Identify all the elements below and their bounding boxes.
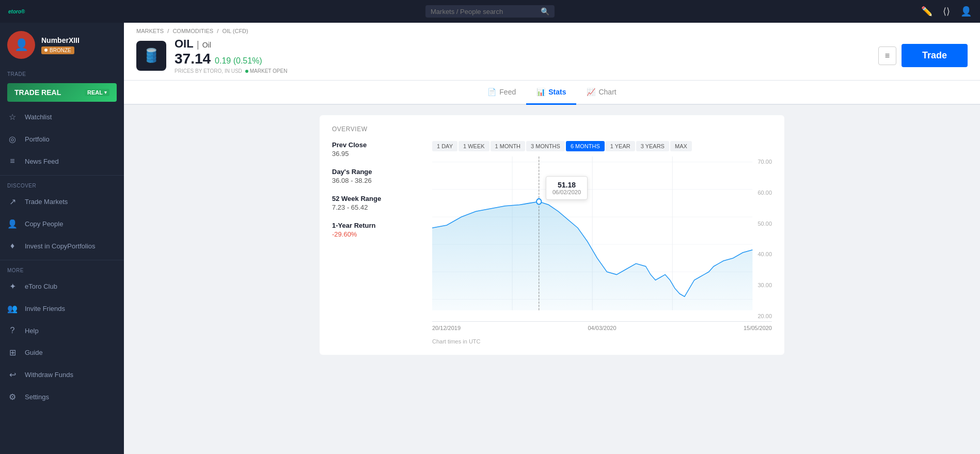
sidebar-item-label: Invest in CopyPortfolios xyxy=(25,242,96,250)
chart-svg xyxy=(432,156,772,321)
stat-prev-close: Prev Close 36.95 xyxy=(332,141,420,158)
sidebar-item-label: News Feed xyxy=(25,158,59,165)
trade-real-label: TRADE REAL xyxy=(14,88,61,97)
sidebar-item-news-feed[interactable]: ≡ News Feed xyxy=(0,150,124,172)
stat-1-year-return: 1-Year Return -29.60% xyxy=(332,222,420,238)
time-btn-1month[interactable]: 1 MONTH xyxy=(491,141,526,151)
chart-footer: Chart times in UTC xyxy=(432,338,772,345)
real-badge: REAL ▾ xyxy=(85,89,109,96)
chevron-down-icon: ▾ xyxy=(104,90,107,95)
tab-chart-label: Chart xyxy=(598,88,616,96)
stat-prev-close-label: Prev Close xyxy=(332,141,420,149)
time-btn-1day[interactable]: 1 DAY xyxy=(432,141,457,151)
tooltip-date: 06/02/2020 xyxy=(552,189,581,195)
etoro-club-icon: ✦ xyxy=(7,281,18,291)
search-input[interactable] xyxy=(431,8,541,15)
svg-point-10 xyxy=(536,199,541,205)
sidebar-item-copy-people[interactable]: 👤 Copy People xyxy=(0,213,124,235)
asset-left: 🛢️ OIL | Oil 37.14 0.19 (0.51%) xyxy=(136,37,287,74)
stat-52-week: 52 Week Range 7.23 - 65.42 xyxy=(332,195,420,211)
sidebar-item-label: eToro Club xyxy=(25,283,57,290)
trade-button[interactable]: Trade xyxy=(902,44,968,67)
search-icon: 🔍 xyxy=(541,7,549,15)
profile-info: NumberXIII BRONZE xyxy=(41,36,80,54)
list-icon: ≡ xyxy=(885,51,890,60)
copyportfolios-icon: ♦ xyxy=(7,241,18,251)
feed-icon: 📄 xyxy=(487,88,496,96)
discover-label: DISCOVER xyxy=(0,179,124,191)
market-status-dot xyxy=(245,70,248,73)
breadcrumb-oil[interactable]: OIL (CFD) xyxy=(222,28,248,34)
stats-left: Prev Close 36.95 Day's Range 36.08 - 38.… xyxy=(332,141,420,345)
sidebar-item-label: Portfolio xyxy=(25,135,50,143)
search-bar[interactable]: 🔍 xyxy=(425,5,555,18)
time-btn-3months[interactable]: 3 MONTHS xyxy=(526,141,565,151)
tab-stats[interactable]: 📊 Stats xyxy=(526,81,576,105)
sidebar-item-watchlist[interactable]: ☆ Watchlist xyxy=(0,106,124,128)
stats-icon: 📊 xyxy=(536,88,545,96)
sidebar: 👤 NumberXIII BRONZE TRADE TRADE REAL REA… xyxy=(0,23,124,454)
asset-details: OIL | Oil 37.14 0.19 (0.51%) PRICES BY E… xyxy=(175,37,287,74)
sidebar-item-help[interactable]: ? Help xyxy=(0,320,124,341)
copy-people-icon: 👤 xyxy=(7,219,18,229)
tooltip-price: 51.18 xyxy=(552,181,581,189)
sidebar-item-settings[interactable]: ⚙ Settings xyxy=(0,386,124,408)
sidebar-profile[interactable]: 👤 NumberXIII BRONZE xyxy=(0,23,124,67)
help-icon: ? xyxy=(7,326,18,335)
portfolio-icon: ◎ xyxy=(7,134,18,144)
stat-prev-close-value: 36.95 xyxy=(332,150,420,158)
stat-1yr-label: 1-Year Return xyxy=(332,222,420,229)
time-btn-3years[interactable]: 3 YEARS xyxy=(636,141,669,151)
stat-52-week-value: 7.23 - 65.42 xyxy=(332,203,420,211)
chart-wrapper: 51.18 06/02/2020 70.00 60.00 50.00 40.00… xyxy=(432,156,772,322)
asset-actions: ≡ Trade xyxy=(878,44,968,67)
chart-tooltip: 51.18 06/02/2020 xyxy=(546,176,588,200)
asset-change: 0.19 (0.51%) xyxy=(215,56,262,66)
breadcrumb-commodities[interactable]: COMMODITIES xyxy=(172,28,213,34)
tab-stats-label: Stats xyxy=(548,88,566,96)
edit-icon[interactable]: ✏️ xyxy=(921,6,932,17)
sidebar-item-withdraw-funds[interactable]: ↩ Withdraw Funds xyxy=(0,364,124,386)
asset-full-name: Oil xyxy=(202,41,211,49)
etoro-logo[interactable]: etoro ® xyxy=(8,9,25,14)
guide-icon: ⊞ xyxy=(7,348,18,357)
stat-days-range-value: 36.08 - 38.26 xyxy=(332,177,420,184)
breadcrumb-markets[interactable]: MARKETS xyxy=(136,28,164,34)
content-area: MARKETS / COMMODITIES / OIL (CFD) 🛢️ OIL… xyxy=(124,23,980,454)
stat-days-range: Day's Range 36.08 - 38.26 xyxy=(332,168,420,184)
sidebar-item-etoro-club[interactable]: ✦ eToro Club xyxy=(0,275,124,298)
stats-chart-row: Prev Close 36.95 Day's Range 36.08 - 38.… xyxy=(332,141,772,345)
sidebar-item-portfolio[interactable]: ◎ Portfolio xyxy=(0,128,124,150)
tab-feed[interactable]: 📄 Feed xyxy=(477,81,526,105)
trade-section-label: TRADE xyxy=(0,67,124,79)
time-btn-1year[interactable]: 1 YEAR xyxy=(606,141,635,151)
overview-title: OVERVIEW xyxy=(332,126,772,133)
sidebar-item-invite-friends[interactable]: 👥 Invite Friends xyxy=(0,298,124,320)
sidebar-item-guide[interactable]: ⊞ Guide xyxy=(0,341,124,364)
share-icon[interactable]: ⟨⟩ xyxy=(943,6,950,17)
time-btn-max[interactable]: MAX xyxy=(670,141,692,151)
x-label-may: 15/05/2020 xyxy=(744,325,772,331)
asset-price: 37.14 xyxy=(175,51,211,67)
profile-badge: BRONZE xyxy=(41,46,74,54)
market-status-label: MARKET OPEN xyxy=(250,68,288,74)
sidebar-item-invest-copyportfolios[interactable]: ♦ Invest in CopyPortfolios xyxy=(0,235,124,257)
real-badge-label: REAL xyxy=(87,89,103,96)
list-view-button[interactable]: ≡ xyxy=(878,46,896,65)
oil-icon: 🛢️ xyxy=(143,48,160,64)
settings-icon: ⚙ xyxy=(7,392,18,402)
time-btn-1week[interactable]: 1 WEEK xyxy=(459,141,489,151)
badge-dot xyxy=(44,49,48,52)
profile-name: NumberXIII xyxy=(41,36,80,44)
invite-friends-icon: 👥 xyxy=(7,304,18,314)
asset-price-row: 37.14 0.19 (0.51%) xyxy=(175,51,287,67)
trade-real-button[interactable]: TRADE REAL REAL ▾ xyxy=(7,83,117,102)
sidebar-item-label: Help xyxy=(25,327,39,335)
time-btn-6months[interactable]: 6 MONTHS xyxy=(566,141,605,151)
tab-chart[interactable]: 📈 Chart xyxy=(576,81,626,105)
chart-icon: 📈 xyxy=(587,88,595,96)
sidebar-item-trade-markets[interactable]: ↗ Trade Markets xyxy=(0,191,124,213)
sidebar-item-label: Invite Friends xyxy=(25,305,65,312)
breadcrumb: MARKETS / COMMODITIES / OIL (CFD) xyxy=(136,23,968,37)
user-icon[interactable]: 👤 xyxy=(960,6,972,17)
